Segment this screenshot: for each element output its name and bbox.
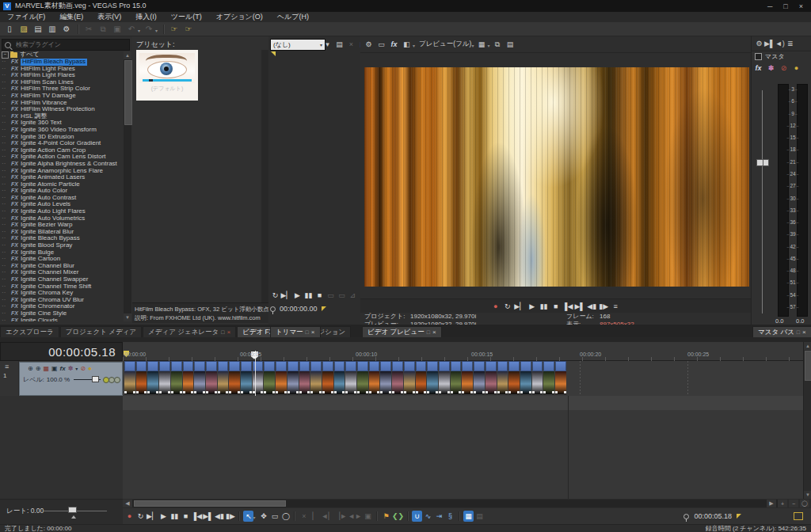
tab-media-generators[interactable]: メディア ジェネレータ□× [143, 326, 236, 337]
scrollbar-thumb[interactable] [805, 351, 811, 381]
timeline-clip[interactable] [439, 361, 450, 396]
fx-plugin-item[interactable]: ··FXHSL 調整 [2, 113, 122, 120]
close-icon[interactable]: × [311, 329, 315, 336]
timeline-clip[interactable] [206, 361, 217, 396]
tab-trimmer[interactable]: トリマー □ × [270, 326, 321, 337]
go-start-button[interactable]: ▐◀ [192, 511, 202, 522]
scrollbar-thumb[interactable] [134, 500, 286, 507]
mixer-settings-gear-icon[interactable]: ⚙ [754, 38, 764, 49]
interactive-tutorials-button[interactable]: ☞ [168, 24, 181, 35]
track-motion-icon[interactable]: ⊕ [36, 364, 41, 372]
track-mute-icon[interactable]: ⊘ [80, 364, 86, 372]
split-tool[interactable]: × [299, 511, 309, 522]
close-button[interactable]: × [799, 2, 803, 10]
menu-item-5[interactable]: オプション(O) [209, 12, 270, 22]
close-icon[interactable]: × [432, 329, 436, 336]
record-button[interactable]: ● [490, 301, 501, 312]
timeline-clip[interactable] [380, 361, 391, 396]
go-start-button[interactable]: ▐◀ [562, 301, 573, 312]
menu-item-3[interactable]: 挿入(I) [128, 12, 164, 22]
go-end-button[interactable]: ▶▌ [574, 301, 584, 312]
timeline-clip[interactable] [310, 361, 322, 396]
timeline-clip[interactable] [392, 361, 403, 396]
play-button[interactable]: ▶ [292, 290, 303, 301]
timeline-clip[interactable] [543, 361, 554, 396]
chevron-down-icon[interactable]: ▾ [155, 28, 158, 33]
timeline-clip[interactable] [334, 361, 345, 396]
pause-button[interactable]: ▮▮ [539, 301, 549, 312]
track-solo-icon[interactable]: ● [88, 364, 92, 372]
master-checkbox[interactable] [755, 53, 762, 60]
zoom-tool-icon[interactable]: ◯ [800, 500, 809, 507]
rate-slider-handle[interactable] [68, 507, 77, 513]
speaker-icon[interactable]: ◄) [775, 38, 785, 49]
lock-tool[interactable]: ▣ [363, 511, 373, 522]
timeline-clip[interactable] [427, 361, 438, 396]
track-menu-icon[interactable]: ≡ [5, 363, 18, 370]
insert-region-button[interactable]: ❮❯ [392, 511, 404, 522]
erase-tool[interactable]: ▏ [310, 511, 320, 522]
chevron-down-icon[interactable]: ▾ [487, 43, 489, 48]
auto-ripple-toggle[interactable]: ⇥ [434, 511, 444, 522]
fx-list-scrollbar[interactable]: ▲ ▼ [124, 51, 131, 321]
scrollbar-thumb[interactable] [124, 60, 132, 125]
video-output-fx-icon[interactable]: fx [389, 39, 399, 50]
pause-button[interactable]: ▮▮ [303, 290, 314, 301]
timeline-vertical-scrollbar[interactable]: ▲ ▼ [803, 342, 811, 499]
menu-item-1[interactable]: 編集(E) [52, 12, 90, 22]
next-frame-button[interactable]: ▮▶ [599, 301, 609, 312]
timeline-clip[interactable] [404, 361, 415, 396]
timeline-clip[interactable] [369, 361, 380, 396]
fx-plugin-item[interactable]: ··FXIgnite Bulge [2, 249, 122, 256]
preset-scrollbar[interactable] [261, 50, 268, 319]
fx-plugin-item[interactable]: ··FXHitFilm Witness Protection [2, 106, 122, 113]
timeline-clip[interactable] [416, 361, 427, 396]
record-button[interactable]: ● [124, 511, 135, 522]
preset-thumbnail[interactable]: (デフォルト) [136, 50, 198, 101]
project-properties-button[interactable]: ⚙ [60, 24, 73, 35]
downmix-icon[interactable]: ▶▌ [764, 38, 775, 49]
track-fx-icon[interactable]: fx [60, 364, 66, 372]
video-track-header[interactable]: ⊕ ⊕ ▦ ▣ fx ✽ ▾ ⊘ ● レベル: 100.0 % [19, 362, 123, 396]
insert-marker-button[interactable]: ⚑ [381, 511, 391, 522]
save-button[interactable]: ▤ [32, 24, 44, 35]
zoom-in-icon[interactable]: + [778, 500, 787, 507]
timeline-clip[interactable] [124, 361, 135, 396]
menu-item-4[interactable]: ツール(T) [164, 12, 209, 22]
trim-start-tool[interactable]: ◄▏ [321, 511, 333, 522]
play-button[interactable]: ▶ [158, 511, 169, 522]
close-icon[interactable]: × [802, 329, 806, 336]
timeline-clip[interactable] [241, 361, 252, 396]
maximize-button[interactable]: □ [783, 2, 787, 10]
trimmer-save-icon[interactable]: ▤ [334, 39, 345, 50]
play-start-button[interactable]: ▶▏ [514, 301, 525, 312]
stop-button[interactable]: ■ [550, 301, 561, 312]
timeline-clip[interactable] [287, 361, 299, 396]
preview-settings-gear-icon[interactable]: ⚙ [364, 39, 374, 50]
timeline-clip[interactable] [357, 361, 368, 396]
scroll-left-icon[interactable]: ◀ [123, 500, 132, 507]
prev-frame-button[interactable]: ◀▮ [214, 511, 224, 522]
go-end-button[interactable]: ▶▌ [203, 511, 213, 522]
chevron-down-icon[interactable]: ▾ [413, 43, 415, 48]
snapping-toggle[interactable]: ∪ [412, 511, 422, 522]
undo-button[interactable]: ↶ [125, 24, 138, 35]
show-me-how-button[interactable]: ☞ [182, 24, 195, 35]
lock-envelopes-toggle[interactable]: § [445, 511, 455, 522]
loop-button[interactable]: ↻ [135, 511, 146, 522]
close-icon[interactable]: × [227, 329, 230, 336]
open-button[interactable]: ▨ [17, 24, 30, 35]
scroll-down-icon[interactable]: ▼ [124, 314, 131, 321]
scroll-right-icon[interactable]: ▶ [767, 500, 776, 507]
timeline-clip[interactable] [462, 361, 473, 396]
dock-icon[interactable]: □ [306, 329, 309, 335]
scroll-down-icon[interactable]: ▼ [804, 491, 811, 499]
cut-button[interactable]: ✂ [82, 24, 95, 35]
bus-fx-icon[interactable]: fx [753, 63, 763, 74]
scroll-up-icon[interactable]: ▲ [124, 51, 131, 59]
menu-item-6[interactable]: ヘルプ(H) [270, 12, 316, 22]
timeline-clip[interactable] [299, 361, 310, 396]
paste-button[interactable]: ▣ [111, 24, 124, 35]
stop-button[interactable]: ■ [314, 290, 325, 301]
fx-plugin-item[interactable]: ··FXIgnite Cine Style [2, 310, 122, 317]
